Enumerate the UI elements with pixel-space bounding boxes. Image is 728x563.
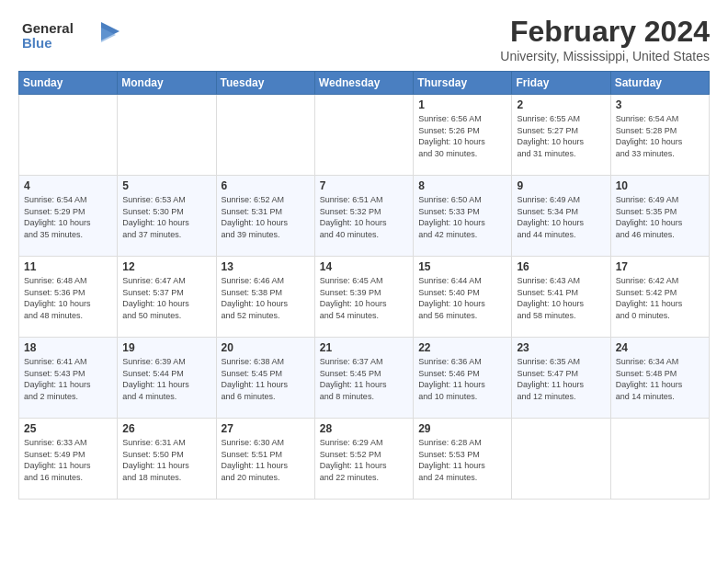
calendar-cell: 17Sunrise: 6:42 AM Sunset: 5:42 PM Dayli…: [610, 257, 709, 338]
day-info: Sunrise: 6:43 AM Sunset: 5:41 PM Dayligh…: [517, 275, 605, 321]
day-number: 29: [418, 422, 506, 435]
calendar-cell: [610, 419, 709, 500]
day-info: Sunrise: 6:33 AM Sunset: 5:49 PM Dayligh…: [24, 437, 112, 483]
calendar-cell: 21Sunrise: 6:37 AM Sunset: 5:45 PM Dayli…: [314, 338, 413, 419]
day-number: 3: [616, 98, 704, 111]
logo: General Blue: [18, 15, 119, 59]
day-info: Sunrise: 6:41 AM Sunset: 5:43 PM Dayligh…: [24, 356, 112, 402]
day-number: 14: [320, 260, 408, 273]
day-info: Sunrise: 6:36 AM Sunset: 5:46 PM Dayligh…: [418, 356, 506, 402]
calendar-cell: 20Sunrise: 6:38 AM Sunset: 5:45 PM Dayli…: [216, 338, 314, 419]
day-number: 5: [122, 179, 210, 192]
calendar-cell: 4Sunrise: 6:54 AM Sunset: 5:29 PM Daylig…: [19, 176, 118, 257]
calendar-cell: 10Sunrise: 6:49 AM Sunset: 5:35 PM Dayli…: [610, 176, 709, 257]
calendar-cell: 6Sunrise: 6:52 AM Sunset: 5:31 PM Daylig…: [216, 176, 314, 257]
day-number: 16: [517, 260, 605, 273]
day-info: Sunrise: 6:45 AM Sunset: 5:39 PM Dayligh…: [320, 275, 408, 321]
day-info: Sunrise: 6:48 AM Sunset: 5:36 PM Dayligh…: [24, 275, 112, 321]
calendar-cell: [314, 95, 413, 176]
calendar-cell: 14Sunrise: 6:45 AM Sunset: 5:39 PM Dayli…: [314, 257, 413, 338]
day-info: Sunrise: 6:42 AM Sunset: 5:42 PM Dayligh…: [616, 275, 704, 321]
calendar-cell: 13Sunrise: 6:46 AM Sunset: 5:38 PM Dayli…: [216, 257, 314, 338]
week-row-2: 11Sunrise: 6:48 AM Sunset: 5:36 PM Dayli…: [19, 257, 710, 338]
calendar-cell: 2Sunrise: 6:55 AM Sunset: 5:27 PM Daylig…: [512, 95, 610, 176]
col-saturday: Saturday: [610, 72, 709, 95]
calendar-cell: 25Sunrise: 6:33 AM Sunset: 5:49 PM Dayli…: [19, 419, 118, 500]
col-tuesday: Tuesday: [216, 72, 314, 95]
calendar-cell: 27Sunrise: 6:30 AM Sunset: 5:51 PM Dayli…: [216, 419, 314, 500]
calendar-cell: 16Sunrise: 6:43 AM Sunset: 5:41 PM Dayli…: [512, 257, 610, 338]
day-info: Sunrise: 6:47 AM Sunset: 5:37 PM Dayligh…: [122, 275, 210, 321]
day-info: Sunrise: 6:49 AM Sunset: 5:34 PM Dayligh…: [517, 194, 605, 240]
day-info: Sunrise: 6:51 AM Sunset: 5:32 PM Dayligh…: [320, 194, 408, 240]
day-number: 24: [616, 341, 704, 354]
day-number: 19: [122, 341, 210, 354]
calendar-table: Sunday Monday Tuesday Wednesday Thursday…: [18, 71, 710, 500]
calendar-cell: 12Sunrise: 6:47 AM Sunset: 5:37 PM Dayli…: [118, 257, 216, 338]
logo-content: General Blue: [18, 15, 119, 59]
day-info: Sunrise: 6:49 AM Sunset: 5:35 PM Dayligh…: [616, 194, 704, 240]
svg-text:General: General: [22, 20, 74, 36]
day-number: 23: [517, 341, 605, 354]
col-monday: Monday: [118, 72, 216, 95]
day-number: 13: [222, 260, 310, 273]
day-number: 10: [616, 179, 704, 192]
day-number: 28: [320, 422, 408, 435]
day-info: Sunrise: 6:54 AM Sunset: 5:29 PM Dayligh…: [24, 194, 112, 240]
day-number: 1: [418, 98, 506, 111]
day-info: Sunrise: 6:50 AM Sunset: 5:33 PM Dayligh…: [418, 194, 506, 240]
day-info: Sunrise: 6:30 AM Sunset: 5:51 PM Dayligh…: [222, 437, 310, 483]
day-number: 6: [222, 179, 310, 192]
week-row-3: 18Sunrise: 6:41 AM Sunset: 5:43 PM Dayli…: [19, 338, 710, 419]
day-number: 18: [24, 341, 112, 354]
col-wednesday: Wednesday: [314, 72, 413, 95]
day-number: 12: [122, 260, 210, 273]
week-row-0: 1Sunrise: 6:56 AM Sunset: 5:26 PM Daylig…: [19, 95, 710, 176]
day-info: Sunrise: 6:55 AM Sunset: 5:27 PM Dayligh…: [517, 113, 605, 159]
calendar-cell: 5Sunrise: 6:53 AM Sunset: 5:30 PM Daylig…: [118, 176, 216, 257]
calendar-cell: 11Sunrise: 6:48 AM Sunset: 5:36 PM Dayli…: [19, 257, 118, 338]
day-number: 20: [222, 341, 310, 354]
location: University, Mississippi, United States: [500, 49, 710, 63]
week-row-4: 25Sunrise: 6:33 AM Sunset: 5:49 PM Dayli…: [19, 419, 710, 500]
day-number: 25: [24, 422, 112, 435]
calendar-cell: 3Sunrise: 6:54 AM Sunset: 5:28 PM Daylig…: [610, 95, 709, 176]
calendar-cell: 19Sunrise: 6:39 AM Sunset: 5:44 PM Dayli…: [118, 338, 216, 419]
calendar-cell: [216, 95, 314, 176]
day-number: 11: [24, 260, 112, 273]
title-section: February 2024 University, Mississippi, U…: [500, 15, 710, 63]
week-row-1: 4Sunrise: 6:54 AM Sunset: 5:29 PM Daylig…: [19, 176, 710, 257]
day-info: Sunrise: 6:56 AM Sunset: 5:26 PM Dayligh…: [418, 113, 506, 159]
calendar-cell: 9Sunrise: 6:49 AM Sunset: 5:34 PM Daylig…: [512, 176, 610, 257]
calendar-cell: 23Sunrise: 6:35 AM Sunset: 5:47 PM Dayli…: [512, 338, 610, 419]
day-info: Sunrise: 6:46 AM Sunset: 5:38 PM Dayligh…: [222, 275, 310, 321]
day-info: Sunrise: 6:31 AM Sunset: 5:50 PM Dayligh…: [122, 437, 210, 483]
calendar-cell: [19, 95, 118, 176]
header: General Blue February 2024 University, M…: [18, 15, 710, 63]
day-number: 8: [418, 179, 506, 192]
day-number: 22: [418, 341, 506, 354]
calendar-cell: [512, 419, 610, 500]
day-info: Sunrise: 6:54 AM Sunset: 5:28 PM Dayligh…: [616, 113, 704, 159]
col-sunday: Sunday: [19, 72, 118, 95]
day-info: Sunrise: 6:28 AM Sunset: 5:53 PM Dayligh…: [418, 437, 506, 483]
day-number: 26: [122, 422, 210, 435]
day-info: Sunrise: 6:35 AM Sunset: 5:47 PM Dayligh…: [517, 356, 605, 402]
svg-text:Blue: Blue: [22, 35, 52, 51]
day-number: 4: [24, 179, 112, 192]
calendar-cell: 7Sunrise: 6:51 AM Sunset: 5:32 PM Daylig…: [314, 176, 413, 257]
day-number: 2: [517, 98, 605, 111]
day-info: Sunrise: 6:34 AM Sunset: 5:48 PM Dayligh…: [616, 356, 704, 402]
calendar-cell: 26Sunrise: 6:31 AM Sunset: 5:50 PM Dayli…: [118, 419, 216, 500]
day-number: 27: [222, 422, 310, 435]
header-row: Sunday Monday Tuesday Wednesday Thursday…: [19, 72, 710, 95]
day-info: Sunrise: 6:44 AM Sunset: 5:40 PM Dayligh…: [418, 275, 506, 321]
day-info: Sunrise: 6:29 AM Sunset: 5:52 PM Dayligh…: [320, 437, 408, 483]
calendar-cell: 18Sunrise: 6:41 AM Sunset: 5:43 PM Dayli…: [19, 338, 118, 419]
day-info: Sunrise: 6:52 AM Sunset: 5:31 PM Dayligh…: [222, 194, 310, 240]
calendar-cell: 22Sunrise: 6:36 AM Sunset: 5:46 PM Dayli…: [414, 338, 512, 419]
day-info: Sunrise: 6:53 AM Sunset: 5:30 PM Dayligh…: [122, 194, 210, 240]
calendar-cell: 15Sunrise: 6:44 AM Sunset: 5:40 PM Dayli…: [414, 257, 512, 338]
day-info: Sunrise: 6:37 AM Sunset: 5:45 PM Dayligh…: [320, 356, 408, 402]
calendar-cell: 28Sunrise: 6:29 AM Sunset: 5:52 PM Dayli…: [314, 419, 413, 500]
